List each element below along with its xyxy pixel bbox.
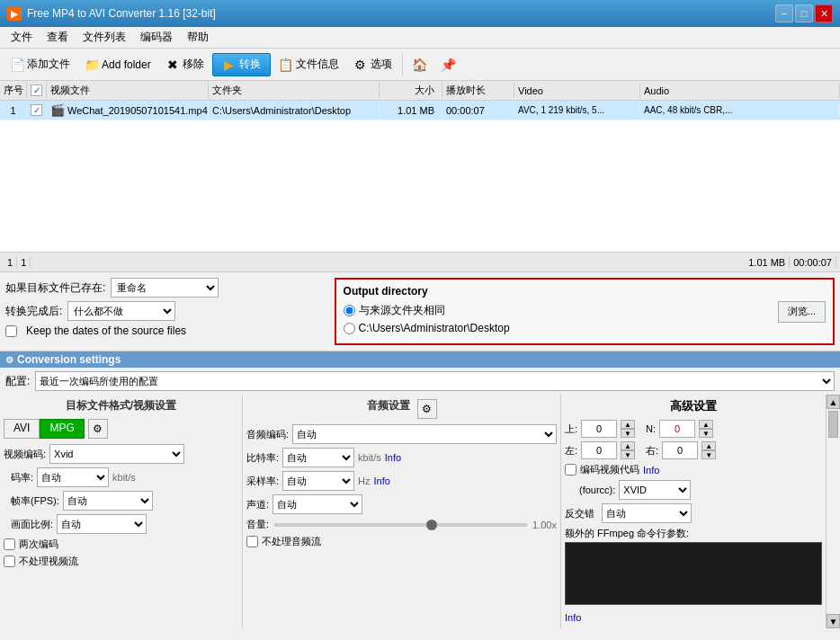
fourcc-label: (fourcc):: [579, 484, 615, 495]
output-same-radio[interactable]: [344, 305, 355, 316]
no-video-checkbox[interactable]: [4, 556, 15, 567]
left-input[interactable]: [581, 441, 617, 459]
header-checkbox[interactable]: [31, 84, 42, 96]
channels-select[interactable]: 自动: [273, 494, 362, 514]
header-video-info: Video: [514, 84, 640, 98]
menu-filelist[interactable]: 文件列表: [76, 28, 133, 47]
cell-audio-info: AAC, 48 kbit/s CBR,...: [640, 103, 840, 117]
fps-row: 帧率(FPS): 自动: [4, 491, 238, 511]
adv-leftright-row: 左: ▲ ▼ 右: ▲ ▼: [565, 441, 822, 459]
top-label: 上:: [565, 422, 577, 436]
right-top-spin-down[interactable]: ▼: [699, 429, 713, 438]
output-custom-folder[interactable]: C:\Users\Administrator\Desktop: [344, 322, 826, 334]
video-bitrate-select[interactable]: 自动: [37, 467, 109, 487]
pin-button[interactable]: 📌: [435, 52, 462, 77]
menu-encoder[interactable]: 编码器: [133, 28, 180, 47]
right-top-spin-up[interactable]: ▲: [699, 420, 713, 429]
top-spin-up[interactable]: ▲: [621, 420, 635, 429]
output-same-folder[interactable]: 与来源文件夹相同: [344, 303, 826, 318]
if-exists-select[interactable]: 重命名: [111, 278, 219, 298]
cell-video: 🎬 WeChat_20190507101541.mp4: [47, 102, 209, 119]
volume-slider[interactable]: [274, 523, 527, 527]
right-spinner: ▲ ▼: [701, 441, 716, 459]
video-codec-row: 视频编码: Xvid: [4, 444, 238, 464]
sample-rate-unit: Hz: [358, 476, 370, 486]
audio-bitrate-select[interactable]: 自动: [282, 448, 354, 467]
table-row[interactable]: 1 🎬 WeChat_20190507101541.mp4 C:\Users\A…: [0, 101, 840, 120]
video-codec-select[interactable]: Xvid: [49, 444, 184, 464]
audio-gear-button[interactable]: ⚙: [417, 399, 437, 419]
home-button[interactable]: 🏠: [407, 52, 433, 77]
encode-info-link[interactable]: Info: [643, 465, 659, 476]
sample-rate-info-link[interactable]: Info: [374, 476, 390, 486]
add-file-icon: 📄: [10, 58, 24, 72]
convert-button[interactable]: ▶ 转换: [212, 53, 271, 76]
status-count2: 1: [17, 257, 31, 268]
remove-button[interactable]: ✖ 移除: [159, 52, 210, 77]
window-controls: − □ ✕: [775, 4, 833, 22]
add-folder-button[interactable]: 📁 Add folder: [78, 52, 157, 77]
video-bitrate-label: 码率:: [11, 471, 33, 484]
after-convert-select[interactable]: 什么都不做: [67, 301, 175, 321]
two-pass-label: 两次编码: [19, 538, 58, 551]
left-panel-title: 目标文件格式/视频设置: [4, 398, 238, 413]
left-spin-up[interactable]: ▲: [621, 441, 635, 450]
app-icon: ▶: [7, 6, 22, 21]
format-gear-button[interactable]: ⚙: [88, 419, 108, 439]
tab-avi[interactable]: AVI: [4, 419, 40, 439]
cell-duration: 00:00:07: [442, 103, 514, 118]
options-button[interactable]: ⚙ 选项: [347, 52, 398, 77]
cell-video-info: AVC, 1 219 kbit/s, 5...: [514, 103, 640, 117]
table-scroll[interactable]: 序号 视频文件 文件夹 大小 播放时长 Video Audio 1 🎬 WeCh…: [0, 81, 840, 252]
tab-mpg[interactable]: MPG: [40, 419, 84, 439]
scroll-thumb[interactable]: [828, 411, 838, 438]
fourcc-select[interactable]: XVID: [619, 480, 691, 500]
right-input[interactable]: [662, 441, 698, 459]
output-dir-box: Output directory 与来源文件夹相同 C:\Users\Admin…: [335, 278, 835, 345]
aspect-row: 画面比例: 自动: [4, 514, 238, 534]
encode-video-checkbox[interactable]: [565, 464, 576, 476]
extra-textarea[interactable]: [565, 542, 822, 605]
config-row: 配置: 最近一次编码所使用的配置: [0, 368, 840, 395]
close-button[interactable]: ✕: [815, 4, 833, 22]
config-select[interactable]: 最近一次编码所使用的配置: [35, 371, 835, 391]
audio-bitrate-label: 比特率:: [246, 451, 279, 465]
table-body: 1 🎬 WeChat_20190507101541.mp4 C:\Users\A…: [0, 101, 840, 228]
sample-rate-select[interactable]: 自动: [282, 471, 354, 491]
right-scrollbar[interactable]: ▲ ▼: [826, 395, 840, 628]
fps-select[interactable]: 自动: [63, 491, 153, 511]
no-audio-row: 不处理音频流: [246, 535, 557, 548]
file-info-button[interactable]: 📋 文件信息: [273, 52, 345, 77]
no-audio-checkbox[interactable]: [246, 536, 258, 547]
row-checkbox[interactable]: [31, 104, 42, 116]
scroll-up-btn[interactable]: ▲: [827, 395, 840, 409]
keep-dates-label: Keep the dates of the source files: [26, 324, 186, 337]
left-spinner: ▲ ▼: [621, 441, 635, 459]
two-pass-checkbox[interactable]: [4, 538, 15, 550]
scroll-down-btn[interactable]: ▼: [827, 614, 840, 628]
add-file-button[interactable]: 📄 添加文件: [4, 52, 76, 77]
header-check: [27, 83, 47, 98]
top-input[interactable]: [581, 420, 617, 438]
left-spin-down[interactable]: ▼: [621, 450, 635, 459]
menu-file[interactable]: 文件: [4, 28, 40, 47]
right-top-input[interactable]: [659, 420, 695, 438]
maximize-button[interactable]: □: [795, 4, 813, 22]
aspect-select[interactable]: 自动: [57, 514, 147, 534]
audio-codec-select[interactable]: 自动: [292, 424, 557, 444]
browse-button[interactable]: 浏览...: [778, 301, 826, 323]
audio-bitrate-unit: kbit/s: [358, 452, 381, 463]
minimize-button[interactable]: −: [775, 4, 793, 22]
top-spin-down[interactable]: ▼: [621, 429, 635, 438]
header-duration: 播放时长: [442, 82, 514, 99]
audio-bitrate-info-link[interactable]: Info: [385, 452, 401, 463]
right-panel: 高级设置 上: ▲ ▼ N: ▲ ▼ 左: ▲ ▼ 右:: [561, 395, 840, 628]
bottom-info-link[interactable]: Info: [565, 612, 581, 623]
anti-alias-select[interactable]: 自动: [602, 503, 692, 523]
output-custom-radio[interactable]: [344, 323, 355, 334]
menu-view[interactable]: 查看: [40, 28, 76, 47]
keep-dates-checkbox[interactable]: [5, 325, 17, 337]
right-spin-up[interactable]: ▲: [701, 441, 716, 450]
right-spin-down[interactable]: ▼: [701, 450, 716, 459]
menu-help[interactable]: 帮助: [180, 28, 216, 47]
